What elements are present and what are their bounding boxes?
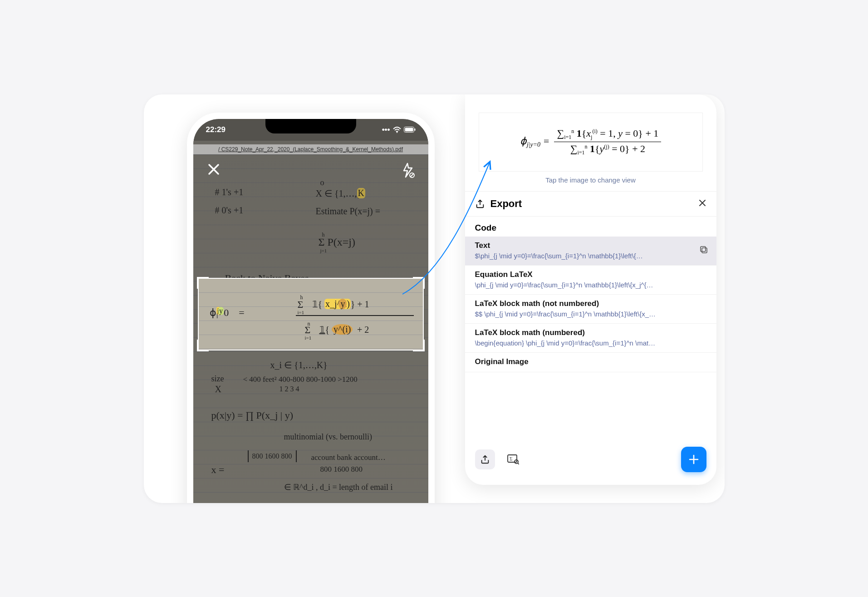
- status-right: •••: [382, 125, 416, 134]
- svg-line-5: [410, 173, 414, 177]
- export-panel: ϕj|y=0 = ∑i=1n 1{xj(i) = 1, y = 0} + 1 ∑…: [465, 94, 716, 485]
- close-export-icon[interactable]: [698, 199, 706, 209]
- export-item-2[interactable]: LaTeX block math (not numbered)$$ \phi_{…: [465, 295, 716, 324]
- equation-search-button[interactable]: Σ: [503, 449, 523, 469]
- preview-hint: Tap the image to change view: [465, 176, 716, 184]
- export-item-code: $$ \phi_{j \mid y=0}=\frac{\sum_{i=1}^n …: [475, 310, 684, 318]
- app-canvas: 22:29 ••• / CS229_Note_Apr_22,_2020_(Lap…: [144, 94, 725, 503]
- phone-notch: [265, 119, 356, 133]
- bottom-toolbar: Σ: [465, 439, 716, 485]
- export-item-label: Original Image: [475, 357, 706, 366]
- flash-off-icon[interactable]: [401, 163, 415, 180]
- wifi-icon: [393, 127, 401, 133]
- rendered-equation-preview[interactable]: ϕj|y=0 = ∑i=1n 1{xj(i) = 1, y = 0} + 1 ∑…: [479, 113, 703, 172]
- export-section-code: Code: [465, 217, 716, 237]
- svg-rect-6: [702, 248, 707, 253]
- export-item-4[interactable]: Original Image: [465, 353, 716, 372]
- export-icon: [475, 199, 485, 209]
- svg-line-11: [518, 463, 519, 464]
- export-title: Export: [490, 198, 522, 210]
- export-header: Export: [465, 191, 716, 217]
- export-item-code: $\phi_{j \mid y=0}=\frac{\sum_{i=1}^n \m…: [475, 252, 684, 260]
- dots-icon: •••: [382, 125, 390, 134]
- svg-text:Σ: Σ: [510, 456, 512, 461]
- battery-icon: [404, 127, 416, 133]
- camera-screen: 22:29 ••• / CS229_Note_Apr_22,_2020_(Lap…: [193, 119, 428, 503]
- export-item-label: Text: [475, 241, 706, 250]
- export-item-label: LaTeX block math (not numbered): [475, 299, 706, 308]
- export-item-0[interactable]: Text$\phi_{j \mid y=0}=\frac{\sum_{i=1}^…: [465, 237, 716, 266]
- export-item-label: LaTeX block math (numbered): [475, 328, 706, 337]
- export-item-label: Equation LaTeX: [475, 270, 706, 279]
- svg-point-0: [396, 132, 397, 133]
- share-button[interactable]: [475, 449, 495, 469]
- export-item-1[interactable]: Equation LaTeX\phi_{j \mid y=0}=\frac{\s…: [465, 266, 716, 295]
- crop-handle-tr[interactable]: [413, 277, 425, 289]
- crop-handle-br[interactable]: [413, 340, 425, 351]
- phone-frame-left: 22:29 ••• / CS229_Note_Apr_22,_2020_(Lap…: [187, 113, 435, 503]
- export-item-3[interactable]: LaTeX block math (numbered)\begin{equati…: [465, 324, 716, 353]
- crop-handle-tl[interactable]: [197, 277, 209, 289]
- svg-rect-3: [414, 128, 415, 131]
- add-button[interactable]: [681, 447, 706, 472]
- export-item-code: \phi_{j \mid y=0}=\frac{\sum_{i=1}^n \ma…: [475, 281, 684, 289]
- crop-selection[interactable]: ϕj|y=0 = h Σ i=1 𝟙{ x_j^(i) =1, y=0 } + …: [198, 278, 424, 350]
- copy-icon[interactable]: [699, 245, 708, 256]
- svg-rect-2: [405, 128, 413, 132]
- close-icon[interactable]: [207, 163, 221, 180]
- export-item-code: \begin{equation} \phi_{j \mid y=0}=\frac…: [475, 339, 684, 347]
- status-time: 22:29: [206, 125, 226, 134]
- crop-content: ϕj|y=0 = h Σ i=1 𝟙{ x_j^(i) =1, y=0 } + …: [199, 279, 423, 350]
- svg-rect-7: [701, 247, 706, 252]
- crop-handle-bl[interactable]: [197, 340, 209, 351]
